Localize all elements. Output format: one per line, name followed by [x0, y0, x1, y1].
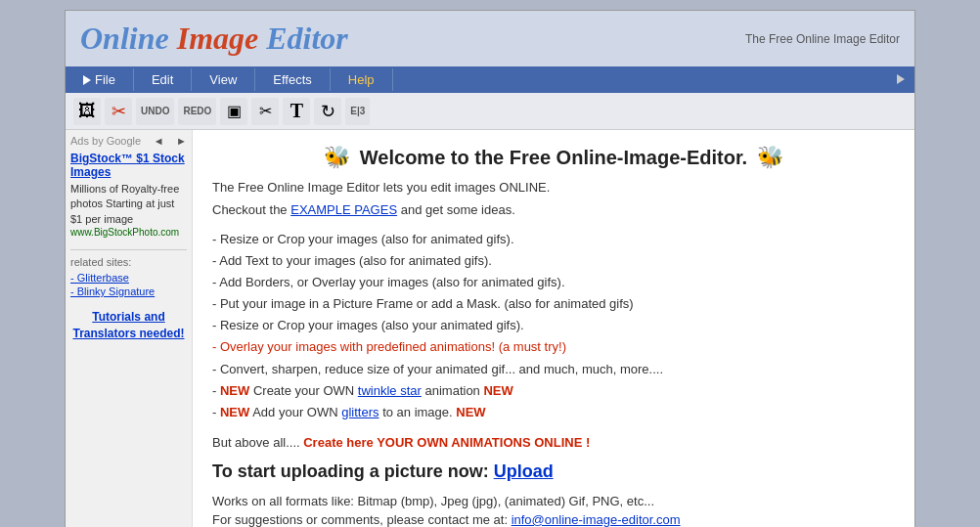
contact-email-link[interactable]: info@online-image-editor.com: [512, 512, 681, 527]
upload-link[interactable]: Upload: [494, 461, 554, 481]
feature-twinkle-suffix: animation NEW: [422, 383, 513, 398]
ads-prev-btn[interactable]: ◄: [154, 135, 164, 147]
welcome-title: Welcome to the Free Online-Image-Editor.: [360, 147, 747, 169]
undo-tool-btn[interactable]: UNDO: [136, 98, 174, 125]
redo-tool-btn[interactable]: REDO: [178, 98, 216, 125]
upload-title-prefix: To start uploading a picture now:: [212, 461, 494, 481]
welcome-intro: The Free Online Image Editor lets you ed…: [212, 180, 895, 195]
ads-label: Ads by Google: [70, 135, 141, 147]
glitterbase-link[interactable]: - Glitterbase: [70, 272, 187, 284]
feature-convert: - Convert, sharpen, reduce size of your …: [212, 359, 895, 380]
menu-view-label: View: [209, 72, 237, 87]
feature-frame: - Put your image in a Picture Frame or a…: [212, 293, 895, 315]
menu-file-label: File: [95, 72, 115, 87]
feature-glitters-prefix: - NEW Add your OWN: [212, 405, 341, 419]
feature-resize: - Resize or Crop your images (also for a…: [212, 229, 895, 250]
blinky-link[interactable]: - Blinky Signature: [70, 285, 187, 297]
feature-borders: - Add Borders, or Overlay your images (a…: [212, 272, 895, 293]
animations-prefix: But above all....: [212, 435, 303, 450]
contact-prefix: For suggestions or comments, please cont…: [212, 512, 512, 527]
feature-twinkle: - NEW Create your OWN twinkle star anima…: [212, 380, 895, 402]
example-pages-link[interactable]: EXAMPLE PAGES: [290, 202, 397, 217]
tutorials-link[interactable]: Tutorials and Translators needed!: [70, 309, 187, 342]
sidebar: Ads by Google ◄ ► BigStock™ $1 Stock Ima…: [66, 130, 193, 527]
animations-highlight: Create here YOUR OWN ANIMATIONS ONLINE !: [303, 435, 590, 450]
menu-collapse-btn[interactable]: [887, 68, 914, 91]
example-prefix: Checkout the: [212, 202, 290, 217]
related-label: related sites:: [70, 256, 187, 268]
welcome-header: 🐝 Welcome to the Free Online-Image-Edito…: [212, 145, 895, 170]
feature-twinkle-prefix: - NEW Create your OWN: [212, 383, 358, 398]
bee-left-icon: 🐝: [324, 145, 350, 170]
contact-line: For suggestions or comments, please cont…: [212, 512, 895, 527]
text-tool-btn[interactable]: T: [283, 98, 310, 125]
ads-next-btn[interactable]: ►: [176, 135, 187, 147]
rotate-tool-btn[interactable]: ↻: [314, 98, 341, 125]
formats-line: Works on all formats like: Bitmap (bmp),…: [212, 494, 895, 508]
feature-glitters-suffix: to an image. NEW: [379, 405, 486, 419]
animations-line: But above all.... Create here YOUR OWN A…: [212, 435, 895, 450]
menu-edit[interactable]: Edit: [134, 68, 192, 91]
bee-right-icon: 🐝: [757, 145, 783, 170]
menu-help[interactable]: Help: [331, 68, 393, 91]
menu-right-arrow-icon: [897, 74, 905, 84]
redo-label: REDO: [183, 106, 211, 116]
logo-online: Online: [80, 21, 169, 56]
feature-overlay: - Overlay your images with predefined an…: [212, 336, 895, 358]
undo-label: UNDO: [141, 106, 169, 116]
menu-view[interactable]: View: [192, 68, 255, 91]
feature-glitters: - NEW Add your OWN glitters to an image.…: [212, 402, 895, 423]
ad-text: Millions of Royalty-free photos Starting…: [70, 182, 187, 227]
menu-file[interactable]: File: [66, 68, 134, 91]
menu-edit-label: Edit: [152, 72, 173, 87]
ad-link[interactable]: BigStock™ $1 Stock Images: [70, 152, 187, 179]
features-list: - Resize or Crop your images (also for a…: [212, 229, 895, 423]
tagline: The Free Online Image Editor: [745, 32, 900, 46]
file-arrow-icon: [83, 75, 91, 85]
ads-header: Ads by Google ◄ ►: [70, 135, 187, 147]
glitters-link[interactable]: glitters: [341, 405, 379, 419]
crop-tool-btn[interactable]: E|3: [345, 98, 370, 125]
menubar: File Edit View Effects Help: [66, 66, 914, 93]
app-logo: Online Image Editor: [80, 21, 348, 57]
feature-resize2: - Resize or Crop your images (also your …: [212, 315, 895, 336]
crop-label: E|3: [350, 106, 365, 116]
menu-effects-label: Effects: [273, 72, 312, 87]
menu-effects[interactable]: Effects: [255, 68, 331, 91]
open-tool-btn[interactable]: 🖼: [73, 98, 101, 125]
related-sites: related sites: - Glitterbase - Blinky Si…: [70, 249, 187, 297]
cut-red-tool-btn[interactable]: ✂: [105, 98, 132, 125]
main-content: 🐝 Welcome to the Free Online-Image-Edito…: [193, 130, 914, 527]
example-suffix: and get some ideas.: [397, 202, 515, 217]
ad-url: www.BigStockPhoto.com: [70, 227, 187, 238]
upload-section: To start uploading a picture now: Upload: [212, 461, 895, 482]
frame-tool-btn[interactable]: ▣: [220, 98, 247, 125]
twinkle-star-link[interactable]: twinkle star: [358, 383, 422, 398]
logo-image: Image: [169, 21, 259, 56]
example-line: Checkout the EXAMPLE PAGES and get some …: [212, 202, 895, 217]
menu-help-label: Help: [348, 72, 375, 87]
toolbar: 🖼 ✂ UNDO REDO ▣ ✂ T ↻ E|3: [66, 93, 914, 130]
scissors-tool-btn[interactable]: ✂: [251, 98, 279, 125]
logo-editor: Editor: [258, 21, 348, 56]
tutorials-block: Tutorials and Translators needed!: [70, 309, 187, 342]
ad-block: BigStock™ $1 Stock Images Millions of Ro…: [70, 152, 187, 238]
upload-title: To start uploading a picture now: Upload: [212, 461, 895, 482]
feature-text: - Add Text to your images (also for anim…: [212, 250, 895, 272]
